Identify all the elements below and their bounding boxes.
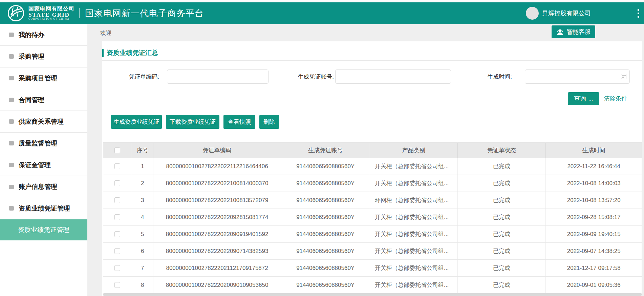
cell-seq: 3 <box>132 192 153 209</box>
cell-time: 2022-11-22 16:46:44 <box>546 158 642 175</box>
menu-square-icon <box>9 76 14 80</box>
clear-filters-link[interactable]: 清除条件 <box>604 92 627 105</box>
cell-category: 开关柜（总部委托省公司组... <box>370 243 458 259</box>
sidebar-item[interactable]: 质量监督管理 <box>0 133 87 154</box>
cell-time: 2022-09-28 15:08:17 <box>546 209 642 225</box>
cell-seq: 7 <box>132 260 153 276</box>
cell-category: 开关柜（总部委托省公司组... <box>370 158 458 175</box>
sidebar: 我的待办 采购管理 采购项目管理 合同管理 供应商关系管理 质量监督管理 保证金… <box>0 24 87 296</box>
col-time: 生成时间 <box>546 143 642 158</box>
cell-status: 已完成 <box>458 243 546 259</box>
sidebar-item[interactable]: 账户信息管理 <box>0 176 87 198</box>
cell-category: 环网柜（总部委托省公司组... <box>370 192 458 209</box>
row-checkbox[interactable] <box>114 265 120 271</box>
search-button[interactable]: 查询... <box>568 92 599 105</box>
row-checkbox[interactable] <box>114 214 120 220</box>
sidebar-item[interactable]: 合同管理 <box>0 89 87 111</box>
row-checkbox[interactable] <box>114 180 120 186</box>
row-checkbox[interactable] <box>114 282 120 288</box>
cell-seq: 5 <box>132 226 153 242</box>
row-checkbox[interactable] <box>114 163 120 169</box>
voucher-code-label: 凭证单编码: <box>102 73 159 81</box>
cell-code: 80000000100278222022090919401592 <box>153 226 281 242</box>
cell-time: 2022-10-08 13:57:20 <box>546 192 642 209</box>
cell-time: 2022-09-07 14:38:25 <box>546 243 642 259</box>
gen-time-input[interactable] <box>525 70 630 84</box>
menu-square-icon <box>9 163 14 167</box>
section-title: 资质业绩凭证汇总 <box>102 49 158 57</box>
account-label: 生成凭证账号: <box>278 73 334 81</box>
delete-button[interactable]: 删除 <box>259 115 279 129</box>
cell-category: 开关柜（总部委托省公司组... <box>370 277 458 293</box>
cell-category: 开关柜（总部委托省公司组... <box>370 175 458 192</box>
table-row[interactable]: 5 80000000100278222022090919401592 91440… <box>103 225 642 242</box>
table-row[interactable]: 7 80000000100278222021121709175872 91440… <box>103 259 642 276</box>
cell-seq: 4 <box>132 209 153 225</box>
voucher-code-input[interactable] <box>167 70 269 84</box>
app-header: 国家电网有限公司 STATE GRID CORPORATION OF CHINA… <box>0 2 644 24</box>
generate-voucher-button[interactable]: 生成资质业绩凭证 <box>111 115 162 129</box>
breadcrumb: 欢迎 <box>100 29 112 37</box>
table-row[interactable]: 6 80000000100278222022090714382593 91440… <box>103 242 642 259</box>
sidebar-item[interactable]: 采购管理 <box>0 46 87 67</box>
filter-voucher-code: 凭证单编码: <box>102 70 269 84</box>
sidebar-item[interactable]: 采购项目管理 <box>0 67 87 89</box>
col-seq: 序号 <box>132 143 153 158</box>
table-row[interactable]: 8 80000000100278222020090109053650 91440… <box>103 276 642 293</box>
cell-code: 80000000100278222022100814000370 <box>153 175 281 192</box>
sidebar-subitem-active[interactable]: 资质业绩凭证管理 <box>0 219 87 240</box>
avatar[interactable] <box>526 7 539 20</box>
horizontal-scrollbar[interactable] <box>103 293 642 296</box>
table-body: 1 80000000100278222022112216464406 91440… <box>103 158 642 293</box>
cell-seq: 6 <box>132 243 153 259</box>
filter-account: 生成凭证账号: <box>278 70 451 84</box>
cell-code: 80000000100278222022100813572079 <box>153 192 281 209</box>
state-grid-logo <box>7 5 24 22</box>
cell-seq: 8 <box>132 277 153 293</box>
cell-time: 2022-10-08 14:00:03 <box>546 175 642 192</box>
row-checkbox[interactable] <box>114 197 120 203</box>
row-checkbox[interactable] <box>114 248 120 254</box>
view-snapshot-button[interactable]: 查看快照 <box>223 115 255 129</box>
menu-square-icon <box>9 98 14 102</box>
table-row[interactable]: 1 80000000100278222022112216464406 91440… <box>103 158 642 175</box>
cell-category: 开关柜（总部委托省公司组... <box>370 226 458 242</box>
table-row[interactable]: 3 80000000100278222022100813572079 91440… <box>103 192 642 209</box>
table-row[interactable]: 4 80000000100278222022092815081774 91440… <box>103 209 642 225</box>
cell-seq: 2 <box>132 175 153 192</box>
col-status: 凭证单状态 <box>458 143 546 158</box>
cell-code: 80000000100278222020090109053650 <box>153 277 281 293</box>
sidebar-item[interactable]: 保证金管理 <box>0 154 87 176</box>
brand-en: STATE GRID <box>28 12 74 18</box>
cell-status: 已完成 <box>458 226 546 242</box>
sidebar-item[interactable]: 我的待办 <box>0 24 87 46</box>
cell-code: 80000000100278222022092815081774 <box>153 209 281 225</box>
calendar-icon[interactable] <box>621 74 626 79</box>
cell-account: 91440606560880560Y <box>281 277 370 293</box>
cell-account: 91440606560880560Y <box>281 226 370 242</box>
cell-status: 已完成 <box>458 192 546 209</box>
table-row[interactable]: 2 80000000100278222022100814000370 91440… <box>103 175 642 192</box>
row-checkbox[interactable] <box>114 231 120 237</box>
download-voucher-button[interactable]: 下载资质业绩凭证 <box>166 115 219 129</box>
headset-person-icon <box>556 28 564 36</box>
gen-time-label: 生成时间: <box>454 73 512 81</box>
top-strip <box>0 0 644 2</box>
sidebar-item[interactable]: 供应商关系管理 <box>0 111 87 133</box>
cell-status: 已完成 <box>458 277 546 293</box>
voucher-table: 序号 凭证单编码 生成凭证账号 产品类别 凭证单状态 生成时间 1 800000… <box>103 142 642 293</box>
cell-seq: 1 <box>132 158 153 175</box>
cell-status: 已完成 <box>458 209 546 225</box>
cell-account: 91440606560880560Y <box>281 209 370 225</box>
main-area: 欢迎 智能客服 资质业绩凭证汇总 凭证单编码: 生成凭证账号: <box>87 24 644 296</box>
sidebar-item[interactable]: 资质业绩凭证管理 <box>0 198 87 219</box>
account-input[interactable] <box>335 70 451 84</box>
smart-service-button[interactable]: 智能客服 <box>552 25 595 38</box>
menu-square-icon <box>9 141 14 145</box>
menu-square-icon <box>9 185 14 189</box>
kebab-menu-icon[interactable] <box>638 9 639 18</box>
header-right: 昇辉控股有限公司 <box>526 7 641 20</box>
menu-square-icon <box>9 206 14 211</box>
company-name[interactable]: 昇辉控股有限公司 <box>542 9 591 17</box>
select-all-checkbox[interactable] <box>114 147 120 153</box>
